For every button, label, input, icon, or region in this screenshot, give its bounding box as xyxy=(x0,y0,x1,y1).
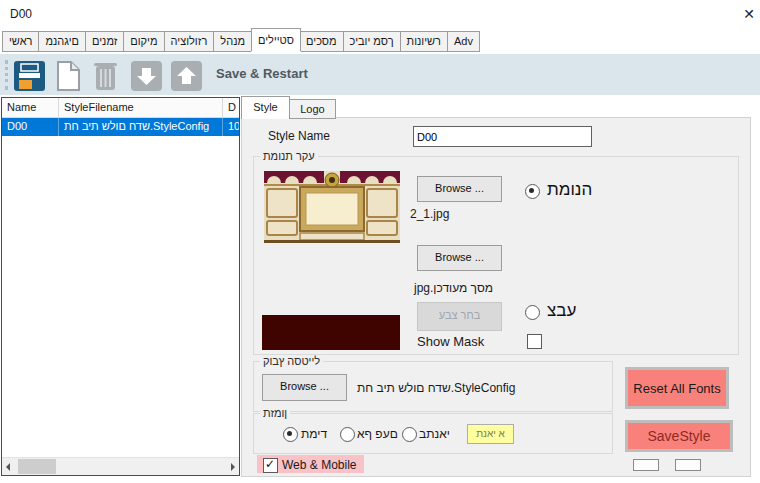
cell-extra: 10 xyxy=(223,118,239,136)
tab-logo[interactable]: Logo xyxy=(289,99,336,119)
timing-group-caption: תזמון xyxy=(260,407,290,419)
tab-manager[interactable]: מנהל xyxy=(214,31,252,52)
style-file-name-label: תח בית שלום חדש.StyleConfig xyxy=(357,381,515,395)
arrow-up-icon[interactable] xyxy=(170,60,203,92)
cell-name: D00 xyxy=(2,118,59,136)
radio-never[interactable] xyxy=(340,427,355,442)
background-image-group-caption: תמונת רקע xyxy=(260,150,318,162)
new-document-icon[interactable] xyxy=(51,60,84,92)
save-style-button[interactable]: SaveStyle xyxy=(625,420,733,452)
column-header-d[interactable]: D xyxy=(223,98,239,117)
radio-image-label: תמונה xyxy=(547,180,592,200)
browse-mask-button[interactable]: Browse ... xyxy=(417,245,502,271)
tab-zmanim[interactable]: זמנים xyxy=(86,31,124,52)
scroll-right-icon[interactable] xyxy=(231,463,235,471)
table-row[interactable]: D00 תח בית שלום חדש.StyleConfig 10 xyxy=(2,118,239,136)
checkmark-icon: ✓ xyxy=(265,457,275,471)
tab-styles-active[interactable]: סטיילים xyxy=(251,28,301,52)
radio-always-label: תמיד xyxy=(301,427,327,441)
scroll-left-icon[interactable] xyxy=(6,463,10,471)
radio-color-label: צבע xyxy=(547,301,576,321)
pick-color-button: בחר צבע xyxy=(417,302,502,331)
tab-masachim[interactable]: מסכים xyxy=(300,31,344,52)
style-name-label: Style Name xyxy=(268,129,330,143)
tab-licenses[interactable]: רשיונות xyxy=(401,31,448,52)
radio-conditional[interactable] xyxy=(402,427,417,442)
show-mask-label: Show Mask xyxy=(417,334,484,349)
style-name-input[interactable] xyxy=(413,126,592,147)
web-mobile-label: Web & Mobile xyxy=(282,458,356,472)
horizontal-scrollbar[interactable] xyxy=(2,457,239,475)
reset-all-fonts-button[interactable]: Reset All Fonts xyxy=(625,367,729,409)
tab-style[interactable]: Style xyxy=(241,96,290,119)
show-mask-checkbox[interactable] xyxy=(527,334,542,349)
title-bar xyxy=(0,0,760,28)
mini-button-2[interactable] xyxy=(675,459,701,471)
background-preview-image xyxy=(264,171,400,243)
trash-icon[interactable] xyxy=(90,60,123,92)
column-header-name[interactable]: Name xyxy=(2,98,59,117)
app-window: D00 ✕ ראשי מנהגים זמנים מיקום רזולוציה מ… xyxy=(0,0,760,483)
tab-rashi[interactable]: ראשי xyxy=(2,31,39,52)
table-header-row: Name StyleFilename D xyxy=(2,98,239,118)
radio-always[interactable] xyxy=(283,427,298,442)
image-filename-label: 2_1.jpg xyxy=(410,207,449,221)
save-restart-label: Save & Restart xyxy=(216,66,308,81)
arrow-down-icon[interactable] xyxy=(130,60,163,92)
styles-table: Name StyleFilename D D00 תח בית שלום חדש… xyxy=(1,97,240,476)
tab-mikum[interactable]: מיקום xyxy=(124,31,164,52)
mask-filename-label: מסך מעודכן.jpg xyxy=(414,281,493,295)
window-title: D00 xyxy=(10,7,32,21)
cell-style-filename: תח בית שלום חדש.StyleConfig xyxy=(59,118,223,136)
radio-image[interactable] xyxy=(525,184,540,199)
radio-color[interactable] xyxy=(525,305,540,320)
save-icon[interactable] xyxy=(13,60,46,92)
scrollbar-thumb[interactable] xyxy=(18,459,56,474)
radio-never-label: אף פעם xyxy=(357,427,398,441)
browse-image-button[interactable]: Browse ... xyxy=(417,176,502,202)
main-tab-strip: ראשי מנהגים זמנים מיקום רזולוציה מנהל סט… xyxy=(2,29,480,52)
browse-style-file-button[interactable]: Browse ... xyxy=(262,374,347,401)
condition-a-button[interactable]: תנאי א xyxy=(467,424,514,444)
column-header-stylefilename[interactable]: StyleFilename xyxy=(59,98,223,117)
mini-button-1[interactable] xyxy=(633,459,659,471)
tab-resolution[interactable]: רזולוציה xyxy=(165,31,215,52)
tab-minhagim[interactable]: מנהגים xyxy=(39,31,86,52)
web-mobile-checkbox[interactable]: ✓ xyxy=(263,458,278,473)
toolbar-grip[interactable] xyxy=(5,60,11,90)
tab-adv[interactable]: Adv xyxy=(448,31,480,52)
tab-screen-off[interactable]: כיבוי מסך xyxy=(344,31,401,52)
style-file-group-caption: קובץ הסטייל xyxy=(260,355,323,367)
close-icon[interactable]: ✕ xyxy=(740,5,758,23)
radio-conditional-label: בתנאי xyxy=(419,427,450,441)
color-swatch xyxy=(262,315,400,350)
